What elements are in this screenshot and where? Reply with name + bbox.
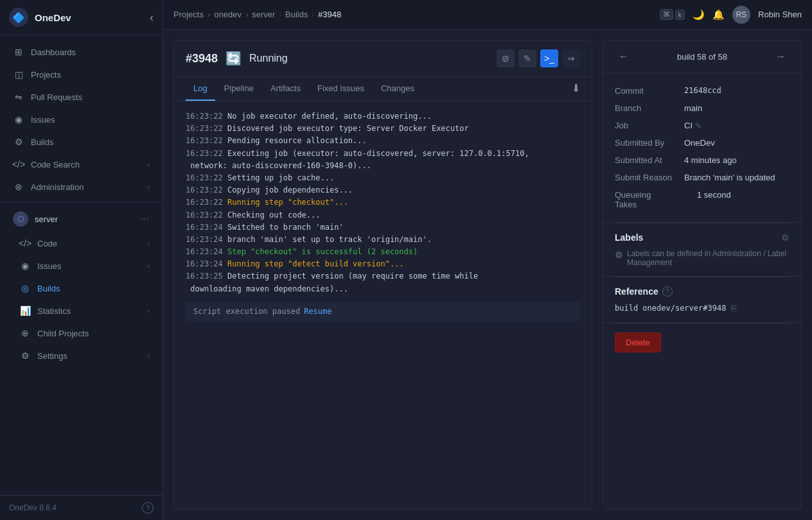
cancel-build-button[interactable]: ⊘ [497,49,515,67]
tab-artifacts[interactable]: Artifacts [263,77,308,101]
meta-queueing-row: QueueingTakes 1 second [615,186,790,213]
sidebar-item-label: Issues [37,261,141,271]
label-hint-icon: ⚙ [615,250,623,260]
avatar[interactable]: RS [732,6,750,24]
settings-icon: ⚙ [19,350,31,361]
app-name: OneDev [35,12,71,23]
build-header: #3948 🔄 Running ⊘ ✎ >_ ⇒ [174,40,592,77]
statistics-icon: 📊 [19,305,31,316]
copy-reference-button[interactable]: ⎘ [731,303,736,313]
edit-build-button[interactable]: ✎ [518,49,536,67]
job-value: CI ✎ [684,121,790,130]
next-build-button[interactable]: → [772,49,790,64]
sidebar-item-label: Builds [31,137,150,147]
edit-job-icon[interactable]: ✎ [695,121,702,130]
sidebar-item-code-search[interactable]: </> Code Search › [4,153,159,175]
sidebar-item-child-projects[interactable]: ⊕ Child Projects [4,322,159,344]
project-server[interactable]: ⬡ server ··· [4,206,159,232]
sidebar-item-issues[interactable]: ◉ Issues [4,108,159,130]
sidebar-item-label: Settings [37,351,141,361]
sidebar-item-statistics[interactable]: 📊 Statistics › [4,300,159,322]
user-name[interactable]: Robin Shen [758,10,802,19]
kbd-k: k [675,10,685,20]
project-icon: ⬡ [13,211,28,227]
log-line: 16:23:22 Checking out code... [186,209,580,221]
tab-pipeline[interactable]: Pipeline [216,77,261,101]
sidebar-item-builds-active[interactable]: ◎ Builds [4,277,159,299]
sidebar-item-label: Projects [31,70,150,80]
log-line: 16:23:24 Running step "detect build vers… [186,258,580,270]
labels-hint-text: Labels can be defined in Administration … [627,249,790,267]
sidebar-item-settings[interactable]: ⚙ Settings › [4,345,159,367]
sidebar-item-administration[interactable]: ⊛ Administration › [4,176,159,198]
meta-commit-row: Commit 21648ccd [615,82,790,100]
labels-title: Labels [615,232,781,243]
build-panel: #3948 🔄 Running ⊘ ✎ >_ ⇒ Log Pipeline Ar… [173,40,592,510]
pull-requests-icon: ⇋ [13,91,24,103]
terminal-button[interactable]: >_ [540,49,558,67]
meta-submit-reason-row: Submit Reason Branch 'main' is updated [615,169,790,186]
delete-button[interactable]: Delete [615,333,661,352]
sidebar-item-projects[interactable]: ◫ Projects [4,64,159,85]
sidebar-divider [0,202,163,202]
submitted-by-label: Submitted By [615,138,679,148]
submitted-at-label: Submitted At [615,155,679,165]
tab-changes[interactable]: Changes [373,77,422,101]
reference-text: build onedev/server#3948 [615,304,726,313]
sidebar: 🔷 OneDev ‹ ⊞ Dashboards ◫ Projects ⇋ Pul… [0,0,163,520]
moon-icon[interactable]: 🌙 [693,9,705,21]
submitted-at-value: 4 minutes ago [684,155,790,165]
tab-fixed-issues[interactable]: Fixed Issues [310,77,372,101]
log-line: 16:23:24 branch 'main' set up to track '… [186,234,580,246]
help-button[interactable]: ? [142,502,154,514]
issues-icon: ◉ [19,260,31,272]
tab-log[interactable]: Log [186,77,215,101]
sidebar-item-label: Pull Requests [31,92,150,102]
log-line: 16:23:22 Discovered job executor type: S… [186,123,580,135]
queueing-label: QueueingTakes [615,190,692,209]
reference-section: Reference ? build onedev/server#3948 ⎘ [603,277,801,323]
sidebar-item-label: Administration [31,182,141,192]
administration-icon: ⊛ [13,181,24,193]
reference-help-button[interactable]: ? [662,286,673,297]
sidebar-collapse-button[interactable]: ‹ [150,11,154,24]
breadcrumb-builds[interactable]: Builds [285,10,308,19]
download-log-icon[interactable]: ⬇ [572,77,580,101]
sidebar-item-label: Builds [37,284,150,293]
log-line: 16:23:22 Running step "checkout"... [186,196,580,209]
build-status-text: Running [249,53,288,64]
chevron-right-icon: › [147,352,150,360]
sidebar-item-code[interactable]: </> Code › [4,232,159,254]
project-more-icon[interactable]: ··· [139,213,150,225]
kbd-cmd: ⌘ [660,9,673,20]
breadcrumb-onedev[interactable]: onedev [214,10,242,19]
sidebar-item-pull-requests[interactable]: ⇋ Pull Requests [4,86,159,108]
sidebar-item-label: Issues [31,115,150,125]
chevron-right-icon: › [147,183,150,191]
builds-active-icon: ◎ [19,282,31,294]
keyboard-shortcut: ⌘ k [660,9,685,20]
sidebar-item-issues[interactable]: ◉ Issues › [4,255,159,277]
sidebar-item-label: Statistics [37,306,141,316]
child-projects-icon: ⊕ [19,327,31,339]
log-line: 16:23:22 Executing job (executor: auto-d… [186,148,580,160]
breadcrumb-server[interactable]: server [252,10,275,19]
sidebar-footer: OneDev 8.6.4 ? [0,495,163,520]
labels-section: Labels ⚙ ⚙ Labels can be defined in Admi… [603,223,801,277]
sidebar-nav: ⊞ Dashboards ◫ Projects ⇋ Pull Requests … [0,35,163,495]
notifications-icon[interactable]: 🔔 [712,9,725,21]
reference-value-row: build onedev/server#3948 ⎘ [615,303,790,313]
resume-button[interactable]: Resume [304,306,331,318]
sidebar-item-dashboards[interactable]: ⊞ Dashboards [4,41,159,63]
commit-value: 21648ccd [684,86,790,95]
log-line: 16:23:24 Switched to branch 'main' [186,221,580,234]
more-actions-button[interactable]: ⇒ [562,49,580,67]
meta-branch-row: Branch main [615,100,790,117]
breadcrumb-projects[interactable]: Projects [173,10,204,19]
prev-build-button[interactable]: ← [615,49,633,64]
chevron-right-icon: › [147,262,150,270]
labels-settings-icon[interactable]: ⚙ [781,232,790,243]
build-number: #3948 [186,52,218,65]
build-nav-info: build 58 of 58 [633,52,772,62]
sidebar-item-builds[interactable]: ⚙ Builds [4,131,159,153]
